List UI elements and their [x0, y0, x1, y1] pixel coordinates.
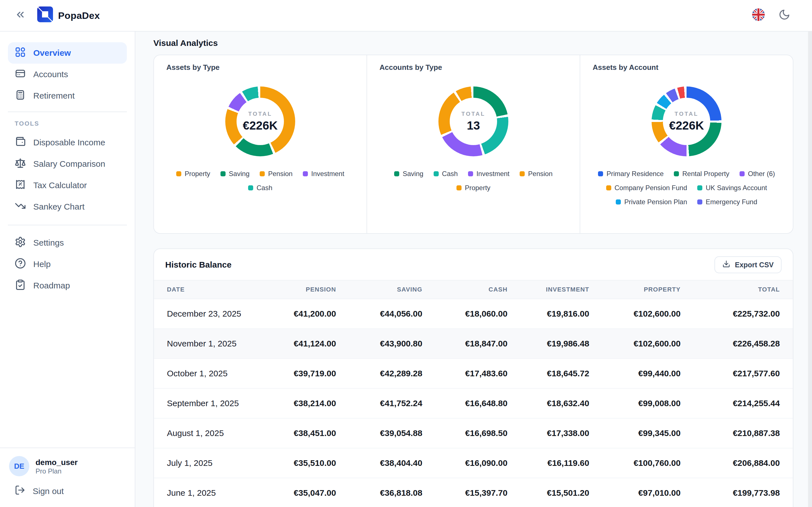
legend-swatch — [456, 185, 462, 190]
column-header-total[interactable]: TOTAL — [680, 286, 780, 293]
table-row[interactable]: September 1, 2025€38,214.00€41,752.24€16… — [154, 389, 793, 418]
main-content: Visual Analytics Assets by Type TOTAL €2… — [135, 31, 812, 507]
legend-label: Emergency Fund — [706, 198, 757, 206]
dark-mode-toggle[interactable] — [777, 8, 792, 23]
sidebar-item-settings[interactable]: Settings — [8, 232, 127, 253]
sidebar-item-label: Retirement — [33, 91, 75, 101]
legend-swatch — [176, 171, 181, 176]
table-row[interactable]: November 1, 2025€41,124.00€43,900.80€18,… — [154, 329, 793, 359]
cell-value: €41,752.24 — [336, 399, 422, 408]
chart-legend: Primary ResidenceRental PropertyOther (6… — [588, 170, 785, 206]
user-profile[interactable]: DE demo_user Pro Plan — [9, 456, 127, 476]
legend-item[interactable]: Saving — [394, 170, 423, 178]
cell-value: €102,600.00 — [589, 309, 680, 319]
cell-date: November 1, 2025 — [167, 339, 254, 348]
table-row[interactable]: December 23, 2025€41,200.00€44,056.00€18… — [154, 299, 793, 329]
chart-panel-assets-by-type: Assets by Type TOTAL €226K PropertySavin… — [154, 55, 366, 233]
cell-value: €15,397.70 — [422, 488, 507, 498]
cell-value: €17,338.00 — [507, 429, 589, 438]
legend-item[interactable]: Other (6) — [740, 170, 775, 178]
donut-chart-assets-by-type[interactable]: TOTAL €226K — [225, 87, 295, 156]
sidebar-item-overview[interactable]: Overview — [8, 42, 127, 64]
sidebar-item-label: Help — [33, 260, 51, 269]
cell-value: €38,404.40 — [336, 458, 422, 468]
moon-icon — [778, 9, 790, 22]
cell-value: €43,900.80 — [336, 339, 422, 348]
sidebar-item-label: Tax Calculator — [33, 180, 87, 190]
column-header-investment[interactable]: INVESTMENT — [507, 286, 589, 293]
donut-center-label: TOTAL — [675, 111, 699, 117]
download-icon — [722, 260, 730, 270]
column-header-pension[interactable]: PENSION — [254, 286, 336, 293]
legend-item[interactable]: Cash — [434, 170, 458, 178]
legend-item[interactable]: Pension — [520, 170, 553, 178]
language-flag-button[interactable] — [751, 8, 766, 23]
topbar-actions — [751, 8, 812, 23]
page-scrollbar[interactable] — [808, 31, 812, 507]
sidebar-item-salary-comparison[interactable]: Salary Comparison — [8, 153, 127, 175]
legend-item[interactable]: Investment — [468, 170, 509, 178]
export-csv-label: Export CSV — [735, 261, 774, 269]
sidebar: Overview Accounts Retirement TOOLS Dispo… — [0, 31, 135, 507]
legend-swatch — [697, 200, 702, 205]
column-header-date[interactable]: DATE — [167, 286, 254, 293]
legend-swatch — [248, 185, 253, 190]
user-name: demo_user — [36, 457, 78, 467]
sidebar-item-roadmap[interactable]: Roadmap — [8, 275, 127, 296]
cell-value: €16,648.80 — [422, 399, 507, 408]
legend-item[interactable]: Primary Residence — [598, 170, 664, 178]
sidebar-item-help[interactable]: Help — [8, 253, 127, 275]
donut-chart-accounts-by-type[interactable]: TOTAL 13 — [439, 87, 508, 156]
legend-item[interactable]: Company Pension Fund — [606, 184, 687, 192]
donut-chart-assets-by-account[interactable]: TOTAL €226K — [652, 87, 721, 156]
legend-item[interactable]: Investment — [303, 170, 344, 178]
column-header-cash[interactable]: CASH — [422, 286, 507, 293]
historic-balance-card: Historic Balance Export CSV DATE PENSION… — [153, 248, 794, 507]
legend-label: Property — [465, 184, 491, 192]
export-csv-button[interactable]: Export CSV — [714, 256, 781, 273]
user-section: DE demo_user Pro Plan Sign out — [0, 448, 135, 507]
table-row[interactable]: October 1, 2025€39,719.00€42,289.28€17,4… — [154, 359, 793, 389]
legend-swatch — [468, 171, 473, 176]
legend-item[interactable]: Cash — [248, 184, 272, 192]
sidebar-collapse-button[interactable] — [12, 7, 28, 24]
legend-swatch — [598, 171, 603, 176]
legend-item[interactable]: Property — [456, 184, 491, 192]
scale-icon — [15, 158, 26, 171]
table-row[interactable]: June 1, 2025€35,047.00€36,818.08€15,397.… — [154, 478, 793, 507]
cell-value: €199,773.98 — [680, 488, 780, 498]
legend-item[interactable]: Pension — [260, 170, 293, 178]
sidebar-item-tax-calculator[interactable]: Tax Calculator — [8, 175, 127, 196]
visual-analytics-card: Assets by Type TOTAL €226K PropertySavin… — [153, 55, 794, 234]
legend-item[interactable]: Emergency Fund — [697, 198, 757, 206]
cell-date: October 1, 2025 — [167, 369, 254, 378]
legend-item[interactable]: Saving — [220, 170, 250, 178]
cell-value: €38,214.00 — [254, 399, 336, 408]
cell-value: €44,056.00 — [336, 309, 422, 319]
donut-center-value: €226K — [669, 119, 704, 132]
cell-value: €16,698.50 — [422, 429, 507, 438]
brand-lockup[interactable]: PopaDex — [37, 6, 100, 24]
legend-label: Saving — [403, 170, 423, 178]
table-row[interactable]: July 1, 2025€35,510.00€38,404.40€16,090.… — [154, 448, 793, 478]
cell-value: €206,884.00 — [680, 458, 780, 468]
cell-value: €99,008.00 — [589, 399, 680, 408]
sign-out-button[interactable]: Sign out — [8, 482, 127, 500]
uk-flag-icon — [752, 8, 765, 23]
column-header-property[interactable]: PROPERTY — [589, 286, 680, 293]
popadex-logo-icon — [37, 6, 53, 24]
legend-swatch — [220, 171, 225, 176]
legend-item[interactable]: Rental Property — [674, 170, 729, 178]
sidebar-item-disposable-income[interactable]: Disposable Income — [8, 132, 127, 153]
cell-value: €18,632.40 — [507, 399, 589, 408]
legend-item[interactable]: UK Savings Account — [697, 184, 767, 192]
column-header-saving[interactable]: SAVING — [336, 286, 422, 293]
sidebar-item-label: Disposable Income — [33, 138, 105, 147]
legend-item[interactable]: Property — [176, 170, 210, 178]
sidebar-item-sankey-chart[interactable]: Sankey Chart — [8, 196, 127, 217]
table-row[interactable]: August 1, 2025€38,451.00€39,054.88€16,69… — [154, 418, 793, 448]
sidebar-item-retirement[interactable]: Retirement — [8, 85, 127, 107]
legend-item[interactable]: Private Pension Plan — [616, 198, 687, 206]
legend-swatch — [520, 171, 525, 176]
sidebar-item-accounts[interactable]: Accounts — [8, 64, 127, 85]
